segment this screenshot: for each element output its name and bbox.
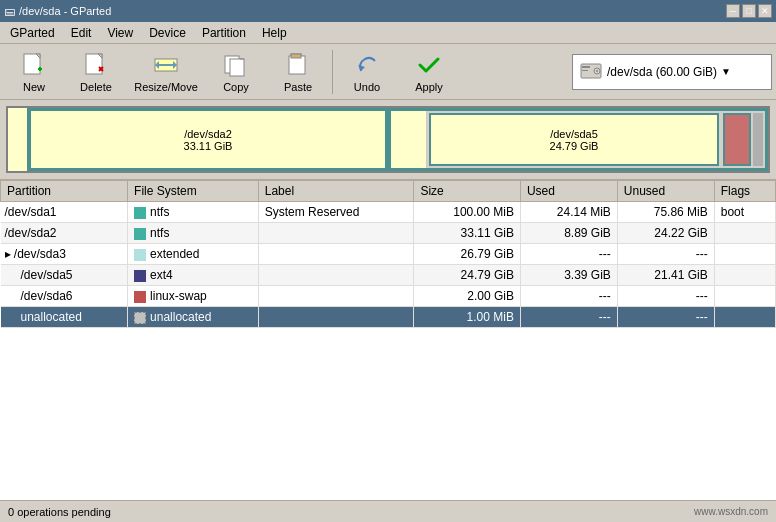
cell-used: 8.89 GiB <box>520 223 617 244</box>
table-body: /dev/sda1ntfsSystem Reserved100.00 MiB24… <box>1 202 776 328</box>
apply-icon <box>415 51 443 79</box>
menu-partition[interactable]: Partition <box>196 24 252 42</box>
resize-move-button[interactable]: Resize/Move <box>128 47 204 97</box>
cell-flags <box>714 223 775 244</box>
partitions-table: Partition File System Label Size Used Un… <box>0 180 776 328</box>
cell-used: --- <box>520 244 617 265</box>
maximize-button[interactable]: □ <box>742 4 756 18</box>
part-vis-sda5[interactable]: /dev/sda5 24.79 GiB <box>429 113 719 166</box>
part-vis-sda2[interactable]: /dev/sda2 33.11 GiB <box>28 108 388 171</box>
svg-point-21 <box>596 70 598 72</box>
copy-label: Copy <box>223 81 249 93</box>
menu-help[interactable]: Help <box>256 24 293 42</box>
part-vis-sda2-size: 33.11 GiB <box>184 140 233 152</box>
table-row[interactable]: unallocatedunallocated1.00 MiB------ <box>1 307 776 328</box>
window-title: /dev/sda - GParted <box>19 5 111 17</box>
cell-unused: 24.22 GiB <box>617 223 714 244</box>
cell-filesystem: ntfs <box>128 223 259 244</box>
new-button[interactable]: New <box>4 47 64 97</box>
cell-partition: /dev/sda2 <box>1 223 128 244</box>
table-row[interactable]: /dev/sda2ntfs33.11 GiB8.89 GiB24.22 GiB <box>1 223 776 244</box>
col-used: Used <box>520 181 617 202</box>
cell-partition: /dev/sda1 <box>1 202 128 223</box>
delete-button[interactable]: Delete <box>66 47 126 97</box>
toolbar: New Delete Resize/Move <box>0 44 776 100</box>
cell-flags: boot <box>714 202 775 223</box>
cell-partition: /dev/sda6 <box>1 286 128 307</box>
table-row[interactable]: /dev/sda6linux-swap2.00 GiB------ <box>1 286 776 307</box>
cell-unused: --- <box>617 286 714 307</box>
resize-label: Resize/Move <box>134 81 198 93</box>
svg-rect-0 <box>24 54 40 74</box>
cell-flags <box>714 286 775 307</box>
title-bar: 🖴 /dev/sda - GParted ─ □ ✕ <box>0 0 776 22</box>
cell-used: 24.14 MiB <box>520 202 617 223</box>
device-dropdown-icon[interactable]: ▼ <box>721 66 731 77</box>
title-bar-controls[interactable]: ─ □ ✕ <box>726 4 772 18</box>
delete-icon <box>82 51 110 79</box>
cell-size: 24.79 GiB <box>414 265 521 286</box>
menu-gparted[interactable]: GParted <box>4 24 61 42</box>
cell-label <box>258 286 414 307</box>
cell-filesystem: unallocated <box>128 307 259 328</box>
menu-view[interactable]: View <box>101 24 139 42</box>
cell-filesystem: linux-swap <box>128 286 259 307</box>
svg-rect-22 <box>582 66 590 68</box>
svg-rect-13 <box>230 59 244 76</box>
cell-unused: 75.86 MiB <box>617 202 714 223</box>
app-icon: 🖴 <box>4 5 15 17</box>
cell-size: 2.00 GiB <box>414 286 521 307</box>
paste-icon <box>284 51 312 79</box>
col-flags: Flags <box>714 181 775 202</box>
part-vis-sda6[interactable] <box>723 113 751 166</box>
col-partition: Partition <box>1 181 128 202</box>
cell-size: 1.00 MiB <box>414 307 521 328</box>
menu-edit[interactable]: Edit <box>65 24 98 42</box>
cell-flags <box>714 265 775 286</box>
partition-table: Partition File System Label Size Used Un… <box>0 180 776 500</box>
cell-used: --- <box>520 286 617 307</box>
table-row[interactable]: ▸ /dev/sda3extended26.79 GiB------ <box>1 244 776 265</box>
cell-filesystem: ntfs <box>128 202 259 223</box>
cell-label <box>258 223 414 244</box>
copy-button[interactable]: Copy <box>206 47 266 97</box>
status-bar: 0 operations pending www.wsxdn.com <box>0 500 776 522</box>
cell-label <box>258 307 414 328</box>
menu-bar: GParted Edit View Device Partition Help <box>0 22 776 44</box>
apply-button[interactable]: Apply <box>399 47 459 97</box>
menu-device[interactable]: Device <box>143 24 192 42</box>
paste-button[interactable]: Paste <box>268 47 328 97</box>
cell-size: 26.79 GiB <box>414 244 521 265</box>
part-vis-sda5-size: 24.79 GiB <box>550 140 599 152</box>
part-vis-sda3: /dev/sda5 24.79 GiB <box>388 108 768 171</box>
part-vis-sda3-start <box>391 111 427 168</box>
device-label: /dev/sda (60.00 GiB) <box>607 65 717 79</box>
cell-partition: /dev/sda5 <box>1 265 128 286</box>
cell-unused: --- <box>617 244 714 265</box>
part-vis-sda2-label: /dev/sda2 <box>184 128 232 140</box>
cell-flags <box>714 244 775 265</box>
cell-used: 3.39 GiB <box>520 265 617 286</box>
undo-button[interactable]: Undo <box>337 47 397 97</box>
operations-status: 0 operations pending <box>8 506 111 518</box>
svg-rect-17 <box>291 54 301 58</box>
paste-label: Paste <box>284 81 312 93</box>
cell-label <box>258 244 414 265</box>
cell-used: --- <box>520 307 617 328</box>
undo-icon <box>353 51 381 79</box>
table-row[interactable]: /dev/sda1ntfsSystem Reserved100.00 MiB24… <box>1 202 776 223</box>
cell-unused: 21.41 GiB <box>617 265 714 286</box>
close-button[interactable]: ✕ <box>758 4 772 18</box>
part-vis-unallocated <box>753 113 763 166</box>
watermark: www.wsxdn.com <box>694 506 768 517</box>
cell-size: 100.00 MiB <box>414 202 521 223</box>
device-icon <box>579 58 603 85</box>
device-selector[interactable]: /dev/sda (60.00 GiB) ▼ <box>572 54 772 90</box>
undo-label: Undo <box>354 81 380 93</box>
table-header-row: Partition File System Label Size Used Un… <box>1 181 776 202</box>
minimize-button[interactable]: ─ <box>726 4 740 18</box>
col-label: Label <box>258 181 414 202</box>
part-vis-sda1[interactable] <box>8 108 28 171</box>
table-row[interactable]: /dev/sda5ext424.79 GiB3.39 GiB21.41 GiB <box>1 265 776 286</box>
col-filesystem: File System <box>128 181 259 202</box>
